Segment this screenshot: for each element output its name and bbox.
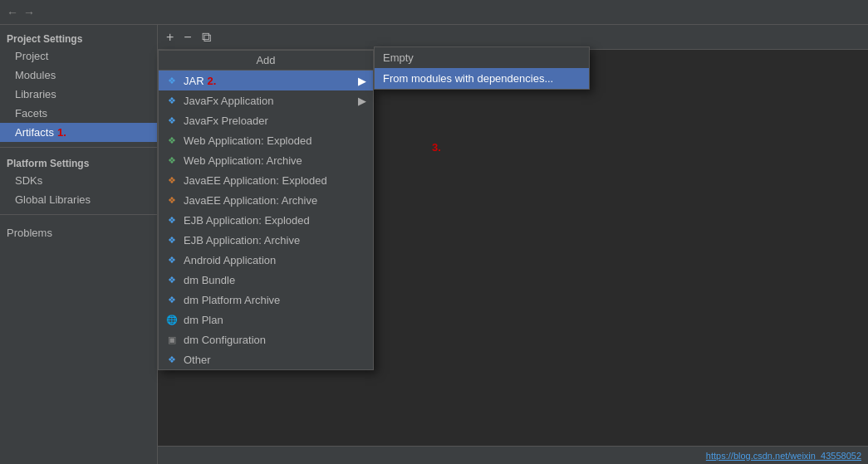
- dropdown-item-dm-bundle[interactable]: ❖ dm Bundle: [159, 270, 373, 290]
- remove-button[interactable]: −: [180, 29, 194, 46]
- dropdown-item-javaee-archive[interactable]: ❖ JavaEE Application: Archive: [159, 190, 373, 210]
- status-bar: https://blog.csdn.net/weixin_43558052: [158, 446, 868, 464]
- dropdown-item-ejb-exploded[interactable]: ❖ EJB Application: Exploded: [159, 210, 373, 230]
- dropdown-item-dm-config[interactable]: ▣ dm Configuration: [159, 330, 373, 349]
- javafx-preloader-icon: ❖: [165, 114, 179, 127]
- forward-arrow-icon[interactable]: →: [23, 6, 35, 19]
- sidebar-item-libraries[interactable]: Libraries: [0, 85, 157, 104]
- dm-plan-icon: 🌐: [165, 313, 179, 326]
- submenu-item-from-modules[interactable]: From modules with dependencies...: [375, 68, 589, 89]
- dropdown-item-webapp-exploded[interactable]: ❖ Web Application: Exploded: [159, 130, 373, 150]
- dropdown-item-android[interactable]: ❖ Android Application: [159, 250, 373, 270]
- dropdown-item-other[interactable]: ❖ Other: [159, 349, 373, 369]
- sidebar-item-global-libraries[interactable]: Global Libraries: [0, 190, 157, 209]
- dropdown-item-webapp-archive[interactable]: ❖ Web Application: Archive: [159, 150, 373, 170]
- webapp-exploded-icon: ❖: [165, 134, 179, 147]
- jar-icon: ❖: [165, 74, 179, 87]
- jar-submenu: Empty From modules with dependencies...: [374, 46, 590, 90]
- sidebar-divider: [0, 147, 157, 148]
- jar-num-label: 2.: [208, 75, 217, 87]
- back-arrow-icon[interactable]: ←: [7, 6, 18, 19]
- content-area: + − ⧉ Add ❖ JAR 2. ▶ ❖ JavaFx Applicatio…: [158, 25, 868, 464]
- javafx-app-arrow-icon: ▶: [358, 95, 366, 107]
- top-toolbar: ← →: [0, 0, 868, 25]
- dropdown-item-ejb-archive[interactable]: ❖ EJB Application: Archive: [159, 230, 373, 250]
- step-3-label: 3.: [432, 141, 441, 154]
- dropdown-item-dm-plan[interactable]: 🌐 dm Plan: [159, 310, 373, 330]
- dropdown-item-javafx-preloader[interactable]: ❖ JavaFx Preloader: [159, 110, 373, 130]
- sidebar-item-project[interactable]: Project: [0, 46, 157, 66]
- javaee-exploded-icon: ❖: [165, 173, 179, 187]
- sidebar-item-problems[interactable]: Problems: [0, 220, 157, 242]
- main-layout: Project Settings Project Modules Librari…: [0, 25, 868, 464]
- dm-platform-icon: ❖: [165, 293, 179, 306]
- sidebar-item-artifacts[interactable]: Artifacts 1.: [0, 123, 157, 142]
- add-button[interactable]: +: [163, 29, 177, 46]
- javafx-app-icon: ❖: [165, 94, 179, 107]
- dropdown-item-javafx-app[interactable]: ❖ JavaFx Application ▶: [159, 90, 373, 110]
- status-url[interactable]: https://blog.csdn.net/weixin_43558052: [706, 451, 861, 461]
- submenu-item-empty[interactable]: Empty: [375, 47, 589, 68]
- sidebar-item-sdks[interactable]: SDKs: [0, 171, 157, 190]
- project-settings-label: Project Settings: [0, 28, 157, 46]
- ejb-archive-icon: ❖: [165, 233, 179, 247]
- sidebar-divider-2: [0, 214, 157, 215]
- dm-config-icon: ▣: [165, 333, 179, 346]
- dropdown-item-dm-platform[interactable]: ❖ dm Platform Archive: [159, 290, 373, 310]
- dropdown-header: Add: [159, 51, 373, 71]
- other-icon: ❖: [165, 353, 179, 366]
- dm-bundle-icon: ❖: [165, 273, 179, 286]
- copy-button[interactable]: ⧉: [199, 29, 214, 46]
- jar-arrow-icon: ▶: [358, 75, 366, 87]
- javaee-archive-icon: ❖: [165, 193, 179, 207]
- android-icon: ❖: [165, 253, 179, 266]
- ejb-exploded-icon: ❖: [165, 213, 179, 227]
- dropdown-item-jar[interactable]: ❖ JAR 2. ▶: [159, 71, 373, 90]
- sidebar-item-facets[interactable]: Facets: [0, 104, 157, 123]
- dropdown-item-javaee-exploded[interactable]: ❖ JavaEE Application: Exploded: [159, 170, 373, 190]
- platform-settings-label: Platform Settings: [0, 153, 157, 171]
- artifact-num-label: 1.: [57, 126, 66, 139]
- webapp-archive-icon: ❖: [165, 154, 179, 167]
- sidebar-item-modules[interactable]: Modules: [0, 66, 157, 85]
- add-dropdown-menu: Add ❖ JAR 2. ▶ ❖ JavaFx Application ▶ ❖ …: [158, 50, 374, 370]
- sidebar: Project Settings Project Modules Librari…: [0, 25, 158, 464]
